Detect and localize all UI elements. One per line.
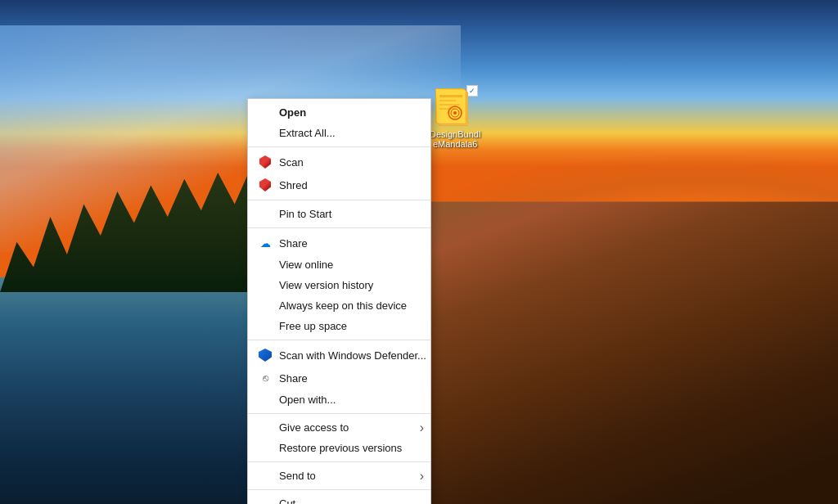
mcafee-shield-scan: [259, 155, 271, 169]
share-icon: ⎋: [263, 372, 268, 384]
desktop-icon[interactable]: ✓ DesignBundl eMandala6: [430, 88, 480, 149]
mcafee-icon-shred: [258, 178, 273, 192]
menu-item-extract-all[interactable]: Extract All...: [248, 123, 430, 143]
separator-4: [248, 340, 430, 340]
menu-item-give-access[interactable]: Give access to: [248, 417, 430, 438]
separator-1: [248, 146, 430, 147]
menu-item-send-to[interactable]: Send to: [248, 466, 430, 486]
svg-rect-2: [439, 100, 456, 101]
separator-7: [248, 489, 430, 490]
menu-item-pin-to-start[interactable]: Pin to Start: [248, 204, 430, 224]
onedrive-cloud-icon: ☁: [260, 237, 271, 250]
mcafee-icon-scan: [258, 155, 273, 169]
svg-rect-1: [439, 95, 462, 97]
menu-item-restore-previous[interactable]: Restore previous versions: [248, 438, 430, 458]
menu-item-shred[interactable]: Shred: [248, 173, 430, 196]
menu-item-view-online[interactable]: View online: [248, 254, 430, 275]
menu-item-always-keep[interactable]: Always keep on this device: [248, 295, 430, 316]
icon-label: DesignBundl eMandala6: [430, 129, 480, 149]
svg-rect-4: [439, 108, 454, 110]
menu-item-view-version-history[interactable]: View version history: [248, 275, 430, 295]
menu-item-scan[interactable]: Scan: [248, 151, 430, 173]
context-menu: Open Extract All... Scan Shred Pin to St…: [247, 98, 431, 504]
svg-point-7: [453, 111, 457, 115]
icon-stack: [435, 88, 471, 124]
icon-image: ✓: [435, 88, 475, 128]
separator-3: [248, 227, 430, 228]
defender-icon-container: [258, 348, 273, 362]
svg-rect-3: [439, 104, 460, 106]
menu-item-share[interactable]: ⎋ Share: [248, 367, 430, 389]
mcafee-shield-shred: [259, 178, 271, 191]
icon-page-front: [435, 88, 465, 123]
menu-item-free-up-space[interactable]: Free up space: [248, 316, 430, 336]
menu-item-scan-defender[interactable]: Scan with Windows Defender...: [248, 344, 430, 367]
separator-5: [248, 413, 430, 414]
separator-2: [248, 200, 430, 200]
share-icon-container: ⎋: [258, 371, 273, 385]
dock-layer: [377, 201, 838, 504]
menu-item-cut[interactable]: Cut: [248, 493, 430, 504]
separator-6: [248, 461, 430, 462]
defender-shield-icon: [259, 349, 272, 362]
menu-item-open[interactable]: Open: [248, 102, 430, 123]
menu-item-share-onedrive[interactable]: ☁ Share: [248, 232, 430, 254]
menu-item-open-with[interactable]: Open with...: [248, 389, 430, 410]
onedrive-icon: ☁: [258, 236, 273, 250]
